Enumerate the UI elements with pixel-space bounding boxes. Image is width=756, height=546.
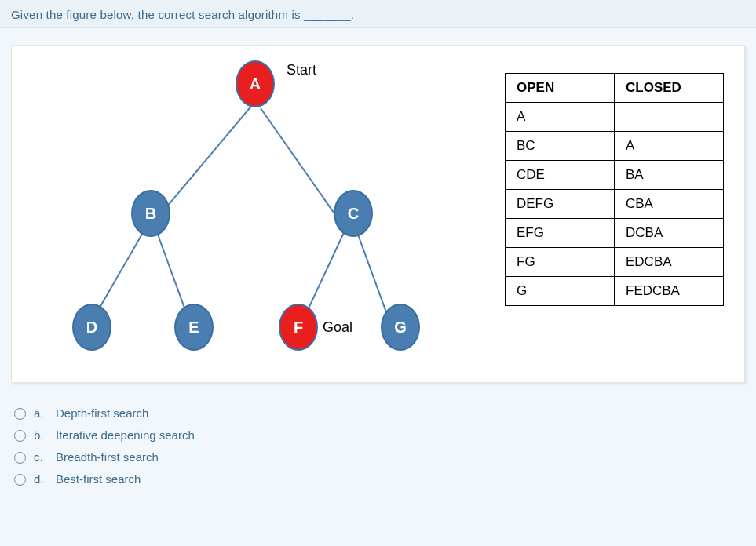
cell-open: EFG [506,219,615,248]
edge-a-b [159,104,253,216]
table-row: BCA [506,132,724,161]
cell-closed: FEDCBA [615,277,724,306]
node-e-label: E [188,318,199,337]
node-a-label: A [250,75,261,93]
table-header-row: OPEN CLOSED [506,74,724,103]
table-row: GFEDCBA [506,277,724,306]
table-row: A [506,103,724,132]
question-text: Given the figure below, the correct sear… [0,0,756,28]
option-c[interactable]: c. Breadth-first search [14,449,756,466]
table-row: FGEDCBA [506,248,724,277]
radio-icon[interactable] [14,452,26,464]
option-a[interactable]: a. Depth-first search [14,405,756,422]
option-letter: d. [34,471,48,488]
option-letter: b. [34,427,48,444]
node-b-label: B [145,205,156,223]
node-b: B [131,190,170,237]
node-f: F [279,304,318,351]
node-c-label: C [348,205,359,223]
cell-closed: BA [615,161,724,190]
cell-closed: EDCBA [615,248,724,277]
node-d: D [72,304,111,351]
cell-closed: A [615,132,724,161]
node-g: G [381,304,420,351]
table-row: CDEBA [506,161,724,190]
node-e: E [174,304,214,351]
figure-panel: A Start B C D E F Goal G OPEN CLOSED A B… [11,46,745,383]
radio-icon[interactable] [14,408,26,420]
option-b[interactable]: b. Iterative deepening search [14,427,756,444]
cell-closed: CBA [615,190,724,219]
option-letter: c. [34,449,48,466]
cell-open: G [506,277,615,306]
cell-open: A [506,103,615,132]
radio-icon[interactable] [14,430,26,442]
option-text: Breadth-first search [56,449,159,466]
option-d[interactable]: d. Best-first search [14,471,756,488]
cell-open: BC [506,132,615,161]
tree-diagram: A Start B C D E F Goal G [29,60,453,359]
trace-table: OPEN CLOSED A BCA CDEBA DEFGCBA EFGDCBA … [505,73,724,306]
goal-label: Goal [323,319,352,336]
option-text: Best-first search [56,471,141,488]
start-label: Start [287,62,316,78]
node-g-label: G [394,318,407,337]
cell-open: DEFG [506,190,615,219]
node-a: A [236,60,275,107]
option-letter: a. [34,405,48,422]
node-f-label: F [294,318,303,337]
table-row: DEFGCBA [506,190,724,219]
radio-icon[interactable] [14,474,26,486]
node-c: C [334,190,373,237]
cell-open: FG [506,248,615,277]
cell-closed: DCBA [615,219,724,248]
cell-closed [615,103,724,132]
cell-open: CDE [506,161,615,190]
option-text: Iterative deepening search [56,427,195,444]
header-closed: CLOSED [615,74,724,103]
node-d-label: D [86,318,97,337]
table-row: EFGDCBA [506,219,724,248]
edge-a-c [260,107,342,224]
option-text: Depth-first search [56,405,148,422]
answer-options: a. Depth-first search b. Iterative deepe… [14,405,756,488]
header-open: OPEN [506,74,615,103]
